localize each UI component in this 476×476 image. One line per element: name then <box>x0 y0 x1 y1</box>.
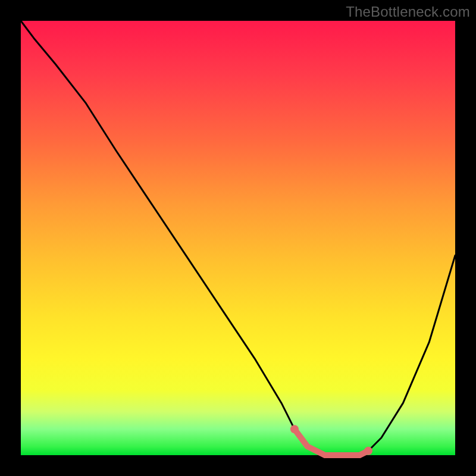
highlight-segment <box>295 429 368 455</box>
main-curve <box>21 21 455 455</box>
chart-overlay <box>21 21 455 455</box>
highlight-start-dot <box>290 425 299 433</box>
watermark-text: TheBottleneck.com <box>346 4 470 20</box>
chart-frame: TheBottleneck.com <box>0 0 476 476</box>
highlight-end-dot <box>364 447 372 455</box>
